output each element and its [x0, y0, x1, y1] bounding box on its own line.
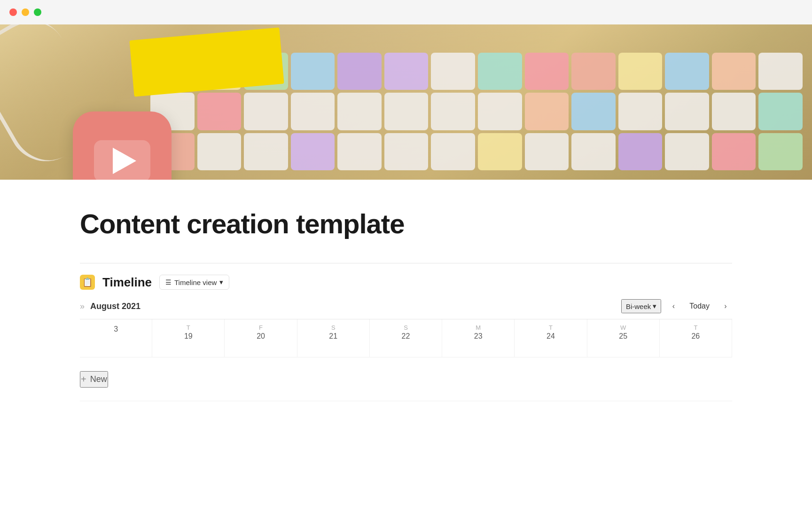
day-header: T26	[660, 319, 732, 344]
new-row: + New	[80, 357, 732, 401]
day-header: M23	[442, 319, 514, 344]
day-header: 3	[80, 319, 152, 337]
month-label: August 2021	[90, 302, 141, 311]
day-column: M23	[442, 319, 515, 357]
prev-nav-arrow[interactable]: ‹	[667, 300, 680, 313]
youtube-play-icon	[103, 142, 141, 180]
timeline-icon: 📋	[80, 275, 95, 290]
day-header: T19	[152, 319, 224, 344]
day-column: T26	[660, 319, 732, 357]
day-column: S21	[297, 319, 370, 357]
biweek-chevron-icon: ▾	[653, 302, 656, 310]
day-letter: T	[549, 324, 553, 331]
timeline-header: 📋 Timeline ☰ Timeline view ▾	[80, 263, 732, 290]
day-letter: S	[331, 324, 336, 331]
close-button[interactable]	[9, 8, 17, 16]
new-button[interactable]: + New	[80, 371, 108, 388]
day-column: T19	[152, 319, 225, 357]
day-number: 19	[184, 332, 193, 341]
right-controls: Bi-week ▾ ‹ Today ›	[621, 299, 732, 313]
day-number: 24	[547, 332, 555, 341]
day-number: 25	[619, 332, 627, 341]
timeline-section: 📋 Timeline ☰ Timeline view ▾ » August 20…	[80, 263, 732, 401]
maximize-button[interactable]	[34, 8, 41, 16]
day-letter: W	[620, 324, 626, 331]
day-letter: T	[694, 324, 697, 331]
day-letter: S	[404, 324, 408, 331]
day-column: 3	[80, 319, 152, 357]
youtube-icon	[73, 111, 172, 180]
day-column: S22	[370, 319, 442, 357]
day-column: F20	[225, 319, 297, 357]
day-header: F20	[225, 319, 297, 344]
page-title: Content creation template	[80, 208, 732, 239]
day-number: 3	[114, 325, 118, 333]
plus-icon: +	[81, 374, 86, 385]
calendar-controls: » August 2021 Bi-week ▾ ‹ Today ›	[80, 290, 732, 319]
youtube-inner	[94, 140, 150, 180]
day-letter: T	[187, 324, 190, 331]
new-button-label: New	[90, 374, 107, 384]
calendar-body-area	[108, 365, 732, 393]
expand-arrows-icon[interactable]: »	[80, 302, 85, 311]
day-letter: M	[476, 324, 481, 331]
day-number: 23	[474, 332, 483, 341]
day-column: W25	[587, 319, 660, 357]
view-icon: ☰	[165, 278, 172, 286]
next-nav-arrow[interactable]: ›	[719, 300, 732, 313]
titlebar	[0, 0, 812, 24]
biweek-button[interactable]: Bi-week ▾	[621, 299, 661, 313]
timeline-view-label: Timeline view	[174, 278, 217, 286]
day-column: T24	[515, 319, 587, 357]
minimize-button[interactable]	[22, 8, 29, 16]
timeline-view-button[interactable]: ☰ Timeline view ▾	[159, 275, 229, 290]
main-content: Content creation template 📋 Timeline ☰ T…	[0, 180, 812, 401]
day-header: S21	[297, 319, 369, 344]
day-letter: F	[259, 324, 263, 331]
calendar-day-headers: 3T19F20S21S22M23T24W25T26	[80, 319, 732, 357]
month-navigation: » August 2021	[80, 302, 141, 311]
biweek-label: Bi-week	[626, 302, 651, 310]
chevron-down-icon: ▾	[219, 278, 223, 286]
day-header: S22	[370, 319, 442, 344]
day-number: 20	[257, 332, 265, 341]
hero-banner	[0, 24, 812, 180]
today-button[interactable]: Today	[686, 300, 713, 312]
day-number: 22	[402, 332, 410, 341]
day-number: 26	[691, 332, 700, 341]
day-header: W25	[587, 319, 659, 344]
timeline-label: Timeline	[102, 275, 152, 290]
day-header: T24	[515, 319, 586, 344]
day-number: 21	[329, 332, 337, 341]
